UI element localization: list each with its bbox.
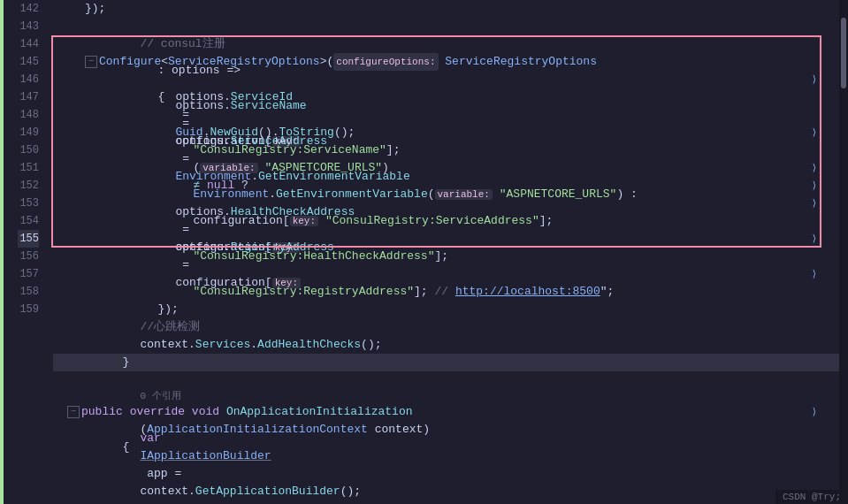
- line-num-152: 152: [18, 177, 39, 195]
- bottom-bar-label: CSDN @Try;: [783, 492, 841, 502]
- fold-arrow-149a[interactable]: ⟩: [811, 159, 817, 177]
- fold-icon-145[interactable]: −: [85, 56, 97, 68]
- line-num-142: 142: [18, 0, 39, 18]
- scrollbar[interactable]: [839, 0, 848, 504]
- line-num-149: 149: [18, 124, 39, 141]
- code-area: }); // consul注册 − Configure<ServiceRegis…: [46, 0, 848, 504]
- line-num-159: 159: [18, 301, 39, 318]
- fold-arrow-148[interactable]: ⟩: [811, 124, 817, 141]
- line-num-154: 154: [18, 212, 39, 230]
- fold-arrow-149b[interactable]: ⟩: [811, 177, 817, 195]
- line-num-155: 155: [18, 230, 39, 248]
- line-num-158: 158: [18, 283, 39, 301]
- line-num-157: 157: [18, 265, 39, 283]
- line-num-144: 144: [18, 35, 39, 53]
- editor: 142 143 144 145 146 147 148 149 150 151 …: [0, 0, 848, 504]
- code-ref-label: 0 个引用: [53, 389, 848, 403]
- gutter-green-bar: [0, 0, 4, 504]
- line-num-153: 153: [18, 195, 39, 212]
- scroll-thumb[interactable]: [841, 18, 846, 88]
- code-line-155: }: [53, 354, 848, 371]
- line-num-148: 148: [18, 106, 39, 124]
- line-num-156: 156: [18, 248, 39, 265]
- fold-arrow-149c[interactable]: ⟩: [811, 195, 817, 212]
- fold-arrow-151[interactable]: ⟩: [811, 265, 817, 283]
- line-num-151: 151: [18, 159, 39, 177]
- bottom-bar: CSDN @Try;: [775, 490, 848, 504]
- line-num-146: 146: [18, 71, 39, 88]
- line-num-150: 150: [18, 141, 39, 159]
- code-line-142: });: [53, 0, 848, 18]
- line-num-143: 143: [18, 18, 39, 35]
- fold-arrow-145[interactable]: ⟩: [811, 71, 817, 88]
- fold-arrow-157[interactable]: ⟩: [811, 403, 817, 421]
- line-num-145: 145: [18, 53, 39, 71]
- fold-arrow-150[interactable]: ⟩: [811, 230, 817, 248]
- fold-icon-157[interactable]: −: [67, 406, 80, 418]
- line-num-147: 147: [18, 88, 39, 106]
- code-line-154: context.Services.AddHealthChecks();: [53, 336, 848, 354]
- code-line-159: var IApplicationBuilder app = context.Ge…: [53, 456, 848, 474]
- line-numbers: 142 143 144 145 146 147 148 149 150 151 …: [0, 0, 46, 504]
